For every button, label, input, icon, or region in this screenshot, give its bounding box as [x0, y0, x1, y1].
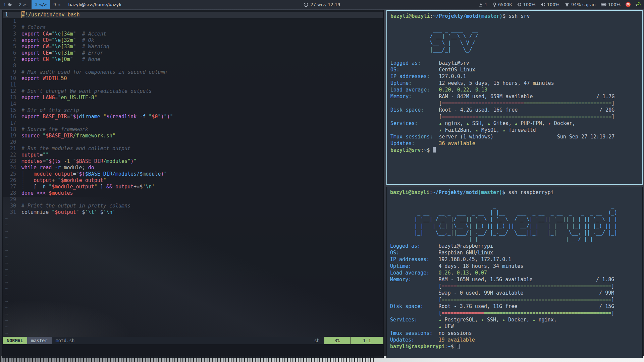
system-tray: 16500K100%100%94% sajran100%M: [479, 0, 644, 9]
line-number: 15: [3, 107, 21, 114]
tray-item-wifi[interactable]: 94% sajran: [565, 2, 596, 7]
terminal-line: OS: CentOS Linux: [390, 66, 642, 73]
cursor-block: [433, 147, 436, 153]
code-line: 5export CW="\e[33m" # Warning: [3, 44, 383, 50]
volume-icon: [541, 2, 545, 7]
code-line-current: 1#!/usr/bin/env bash: [3, 12, 383, 18]
tray-item-battery[interactable]: 100%: [601, 2, 621, 7]
tray-item-download[interactable]: 1: [479, 2, 487, 7]
code-editor[interactable]: 1#!/usr/bin/env bash12# Colors3export CA…: [3, 10, 383, 337]
vim-statusline: NORMAL master motd.sh sh 3% 1:1: [3, 337, 383, 344]
terminal-line: [390, 53, 642, 60]
line-number: 20: [3, 139, 21, 145]
workspace-button-3[interactable]: 3</>: [32, 0, 50, 9]
mail-icon: ✉: [58, 2, 60, 7]
empty-buffer-line: ~: [3, 330, 383, 337]
line-number: 24: [3, 165, 21, 171]
editor-window[interactable]: 1#!/usr/bin/env bash12# Colors3export CA…: [2, 10, 384, 358]
empty-buffer-line: ~: [3, 311, 383, 317]
terminal-line: [=======================================…: [390, 296, 642, 303]
terminal-line: Updates: 19 available: [390, 337, 642, 343]
line-number: 18: [3, 126, 21, 133]
line-number: 11: [3, 82, 21, 88]
line-number: 6: [3, 50, 21, 56]
code-line: 27┆ [ -n "$module_output" ] && output+=$…: [3, 184, 383, 190]
empty-buffer-line: ~: [3, 286, 383, 292]
empty-buffer-line: ~: [3, 292, 383, 298]
workspace-button-1[interactable]: 1: [0, 0, 15, 9]
empty-buffer-line: ~: [3, 216, 383, 222]
terminal-line: Logged as: bazyli@raspberrypi: [390, 243, 642, 249]
code-line: 3export CA="\e[34m" # Accent: [3, 31, 383, 37]
code-text: source "$BASE_DIR/framework.sh": [21, 133, 115, 139]
terminal-line: bazyli@bazyli:~/Projekty/motd(master)$ s…: [390, 13, 642, 19]
terminal-line: [=======================================…: [390, 100, 642, 107]
empty-buffer-line: ~: [3, 260, 383, 266]
workspace-button-2[interactable]: 2>_: [15, 0, 32, 9]
terminal-line: Load average: 0.20, 0.22, 0.13: [390, 86, 642, 93]
terminal-line: Tmux sessions: no sessions: [390, 330, 642, 337]
terminal-line: [390, 196, 642, 202]
code-line: 14: [3, 101, 383, 107]
vim-mode-badge: NORMAL: [3, 337, 27, 344]
line-number: 1: [3, 12, 21, 18]
terminal-line: bazyli@srv:~$: [390, 147, 642, 154]
battery-icon: [601, 3, 606, 6]
code-text: export CW="\e[33m" # Warning: [21, 44, 109, 50]
code-line: 30# Print the output in pretty columns: [3, 203, 383, 209]
terminal-raspberrypi[interactable]: bazyli@bazyli:~/Projekty/motd(master)$ s…: [386, 187, 643, 358]
workspace-button-9[interactable]: 9✉: [50, 0, 64, 9]
tray-label: 1: [485, 2, 487, 7]
tray-item-bulb[interactable]: 6500K: [492, 2, 512, 7]
line-number: 22: [3, 152, 21, 158]
gear-icon: [517, 2, 522, 7]
line-number: 8: [3, 63, 21, 69]
code-text: # Run the modules and collect output: [21, 145, 130, 152]
code-line: 26┆ output+="$module_output": [3, 177, 383, 184]
line-number: 14: [3, 101, 21, 107]
code-line: 13export LANG="en_US.UTF-8": [3, 95, 383, 101]
empty-buffer-line: ~: [3, 254, 383, 260]
terminal-line: [=======================================…: [390, 310, 642, 316]
terminal-line: Services: ▴ PostgreSQL, ▴ SSH, ▴ Docker,…: [390, 316, 642, 323]
empty-buffer-line: ~: [3, 241, 383, 247]
cursor-position: 1:1: [351, 337, 383, 344]
tray-item-badge-m[interactable]: M: [626, 2, 631, 7]
code-text: output="": [21, 152, 49, 158]
empty-buffer-line: ~: [3, 305, 383, 311]
terminal-line: IP addresses: 192.168.0.45, 172.17.0.1: [390, 256, 642, 263]
workspace-number: 3: [35, 2, 38, 7]
line-number: 21: [3, 145, 21, 152]
file-type: sh: [310, 337, 324, 344]
tray-item-badge-app[interactable]: [636, 2, 641, 7]
line-number: 7: [3, 56, 21, 63]
code-line: 25┆ module_output="$($BASE_DIR/modules/$…: [3, 171, 383, 177]
code-line: 29: [3, 196, 383, 203]
tray-item-volume[interactable]: 100%: [541, 2, 559, 7]
terminal-srv[interactable]: bazyli@bazyli:~/Projekty/motd(master)$ s…: [386, 10, 643, 185]
workspace-number: 2: [19, 2, 21, 7]
line-number: 1: [3, 18, 21, 24]
tray-item-gear[interactable]: 100%: [517, 2, 536, 7]
terminal-line: _ __ __ _ ___ _ __ | |__ ___ _ __ _ __ _…: [390, 209, 642, 216]
empty-buffer-line: ~: [3, 266, 383, 273]
empty-buffer-line: ~: [3, 247, 383, 254]
terminal-line: ▴ Fail2Ban, ▴ MySQL, ▴ firewalld: [390, 127, 642, 133]
tray-label: 100%: [547, 2, 559, 7]
line-number: 16: [3, 114, 21, 120]
terminal-line: | '__| / _` |/ __|| '_ \ | '_ \ / _ \| '…: [390, 216, 642, 223]
cursor-hollow: [457, 344, 460, 349]
line-number: 17: [3, 120, 21, 126]
git-branch: master: [27, 337, 52, 344]
terminal-line: bazyli@raspberrypi:~$: [390, 343, 642, 350]
terminal-line: IP addresses: 127.0.0.1: [390, 73, 642, 80]
code-text: #!/usr/bin/env bash: [21, 12, 80, 18]
code-line: 21# Run the modules and collect output: [3, 145, 383, 152]
code-line: 1: [3, 18, 383, 24]
code-line: 6export CE="\e[31m" # Error: [3, 50, 383, 56]
code-text: ┆ [ -n "$module_output" ] && output+=$'\…: [21, 184, 155, 190]
clock-icon: [304, 2, 308, 7]
code-text: # Print the output in pretty columns: [21, 203, 130, 209]
line-number: 13: [3, 95, 21, 101]
download-icon: [479, 2, 483, 7]
